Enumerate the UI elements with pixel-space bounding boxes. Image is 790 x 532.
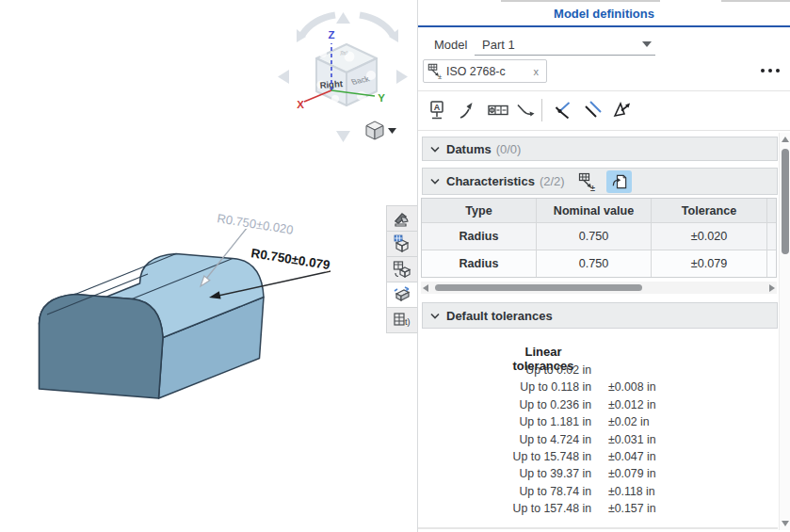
col-header-nominal[interactable]: Nominal value	[537, 199, 652, 223]
panel-tab-strip: t)	[386, 206, 418, 333]
chevron-down-icon[interactable]	[430, 146, 440, 153]
axis-y-label: Y	[378, 92, 385, 104]
section-characteristics[interactable]: Characteristics (2/2) ±	[422, 168, 778, 195]
dimension-leader-icon	[457, 99, 479, 121]
viewport-3d[interactable]: Top Right Back Z X Y	[0, 0, 417, 532]
viewcube-arrow-up	[336, 12, 350, 24]
tolerance-value: ±0.008 in	[608, 379, 750, 395]
intersection-icon	[552, 99, 574, 121]
intersection-tool-button[interactable]	[551, 98, 575, 122]
cell-tolerance[interactable]: ±0.079	[652, 250, 767, 277]
viewcube-arrow-down	[336, 131, 350, 142]
table-row[interactable]: Radius 0.750 ±0.079	[422, 250, 776, 277]
background-tab-edge	[501, 0, 660, 2]
tolerance-table-icon: ±	[427, 63, 443, 79]
panel-vertical-scrollbar[interactable]	[779, 133, 790, 530]
viewcube-arrow-right	[396, 70, 408, 84]
appearance-icon	[393, 209, 411, 228]
tolerance-value: ±0.047 in	[608, 448, 750, 465]
model-definitions-icon	[393, 285, 411, 304]
cell-nominal[interactable]: 0.750	[537, 223, 652, 250]
cell-type[interactable]: Radius	[422, 250, 537, 277]
section-datums-count: (0/0)	[496, 142, 522, 156]
tolerance-range: Up to 157.48 in	[418, 500, 591, 517]
model-select[interactable]: Part 1	[482, 38, 515, 52]
view-cube[interactable]: Top Right Back	[316, 44, 377, 105]
svg-text:±: ±	[590, 183, 595, 191]
tolerance-value: ±0.157 in	[608, 500, 750, 517]
tolerance-value: ±0.031 in	[608, 431, 750, 448]
scroll-down-arrow-icon[interactable]	[782, 521, 789, 526]
svg-text:t): t)	[405, 317, 411, 327]
tolerance-value: ±0.02 in	[608, 413, 750, 430]
add-tolerance-table-button[interactable]: ±	[576, 170, 599, 193]
tolerance-table-icon: ±	[578, 172, 597, 191]
dimension-leader-button[interactable]	[456, 98, 480, 122]
tolerance-range: Up to 39.37 in	[418, 465, 591, 482]
tab-custom-tables[interactable]: t)	[386, 307, 418, 333]
tab-model-views[interactable]	[386, 231, 418, 257]
axis-z-label: Z	[328, 29, 334, 40]
viewcube-arrow-left	[278, 70, 289, 84]
angle-leader-button[interactable]	[513, 98, 538, 122]
view-options-cube-icon[interactable]	[366, 121, 396, 139]
scroll-up-arrow-icon[interactable]	[782, 137, 789, 142]
tolerance-value: ±0.118 in	[608, 483, 750, 500]
standard-chip[interactable]: ± ISO 2768-c x	[423, 59, 547, 83]
cell-type[interactable]: Radius	[422, 223, 537, 250]
datum-feature-button[interactable]: A	[426, 98, 450, 122]
background-tab-edge	[721, 0, 790, 2]
cell-tolerance[interactable]: ±0.020	[652, 223, 767, 250]
table-row[interactable]: Radius 0.750 ±0.020	[422, 223, 776, 250]
tolerance-value: ±0.012 in	[608, 396, 750, 413]
chevron-down-icon[interactable]	[430, 178, 440, 185]
divider	[418, 130, 790, 131]
toolbar-separator	[541, 99, 542, 121]
scroll-left-arrow-icon[interactable]	[423, 284, 428, 292]
col-header-type[interactable]: Type	[422, 199, 537, 223]
cell-nominal[interactable]: 0.750	[537, 250, 652, 277]
horizontal-scrollbar-thumb[interactable]	[435, 284, 642, 291]
linear-tolerances-list: Up to 0.02 in Up to 0.118 in ±0.008 in U…	[418, 362, 778, 518]
characteristics-table: Type Nominal value Tolerance Radius 0.75…	[421, 198, 777, 278]
tolerance-range: Up to 1.181 in	[418, 413, 591, 430]
tab-appearance[interactable]	[386, 205, 418, 232]
table-header-row: Type Nominal value Tolerance	[422, 199, 776, 223]
divider	[418, 90, 790, 91]
chip-close-button[interactable]: x	[534, 66, 540, 77]
more-options-button[interactable]	[761, 69, 780, 73]
tab-model-definitions[interactable]	[386, 282, 418, 308]
annotation-text-2[interactable]: R0.750±0.079	[250, 246, 331, 272]
feature-control-frame-button[interactable]	[486, 98, 510, 122]
section-datums[interactable]: Datums (0/0)	[422, 137, 778, 161]
profile-tolerance-icon	[610, 99, 633, 121]
apply-characteristics-icon	[610, 172, 629, 191]
tolerance-range: Up to 4.724 in	[418, 431, 591, 448]
chevron-down-icon[interactable]	[642, 41, 652, 47]
profile-tolerance-button[interactable]	[609, 98, 634, 122]
table-horizontal-scrollbar[interactable]	[421, 282, 777, 294]
model-label: Model	[434, 38, 467, 52]
svg-text:±: ±	[438, 73, 442, 79]
chevron-down-icon[interactable]	[430, 313, 440, 319]
section-default-tolerances[interactable]: Default tolerances	[422, 302, 778, 329]
part-3d[interactable]	[40, 254, 265, 399]
angle-leader-icon	[514, 99, 537, 121]
apply-characteristics-button[interactable]	[606, 170, 632, 193]
tolerance-range: Up to 0.118 in	[418, 379, 591, 395]
tolerance-range: Up to 15.748 in	[418, 448, 591, 465]
section-default-tolerances-label: Default tolerances	[446, 309, 553, 323]
tab-named-views-table[interactable]	[386, 256, 418, 282]
model-definitions-panel: Model definitions Model Part 1 ± ISO 276…	[417, 0, 790, 532]
annotation-text-1[interactable]: R0.750±0.020	[217, 211, 295, 237]
section-characteristics-label: Characteristics	[446, 174, 535, 188]
vertical-scrollbar-thumb[interactable]	[782, 149, 789, 254]
tolerance-range: Up to 0.02 in	[418, 362, 591, 379]
col-header-tolerance[interactable]: Tolerance	[652, 199, 767, 223]
scroll-right-arrow-icon[interactable]	[769, 284, 775, 292]
parallel-tool-button[interactable]	[581, 98, 605, 122]
view-options-caret-icon	[388, 128, 396, 134]
panel-title: Model definitions	[418, 7, 790, 21]
model-views-icon	[393, 234, 411, 253]
panel-title-rule	[418, 25, 790, 27]
